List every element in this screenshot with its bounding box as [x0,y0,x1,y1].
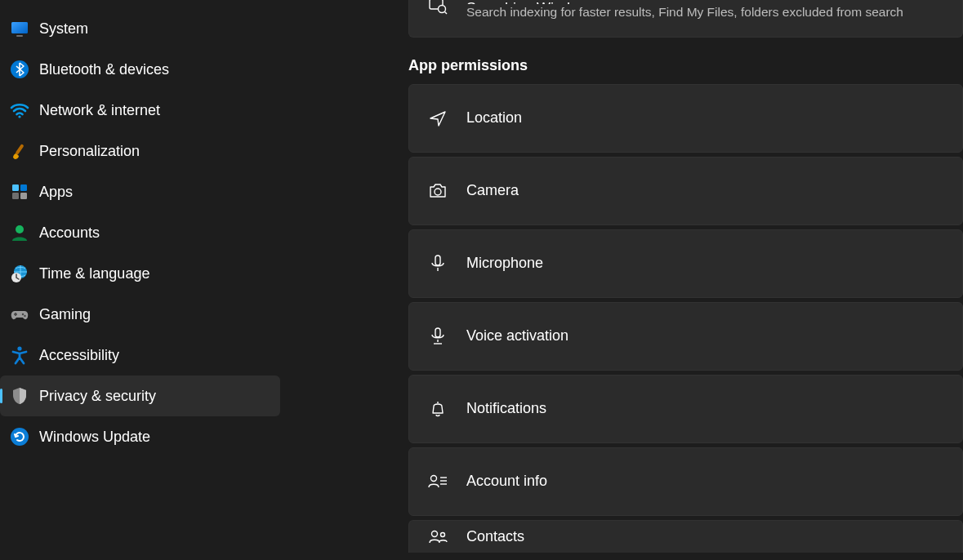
svg-rect-1 [11,22,28,33]
sidebar-item-label: Bluetooth & devices [39,61,169,78]
svg-point-4 [18,115,20,118]
svg-rect-6 [12,184,19,191]
sidebar-item-privacy[interactable]: Privacy & security [0,376,280,416]
settings-app: System Bluetooth & devices Network & [0,0,963,560]
svg-rect-7 [20,184,27,191]
sidebar-item-personalization[interactable]: Personalization [0,131,280,171]
svg-rect-21 [435,256,440,265]
svg-point-27 [431,476,437,482]
setting-card-searching-windows[interactable]: Searching Windows Search indexing for fa… [408,0,963,38]
search-indexing-icon [426,0,450,16]
sidebar-item-label: Accounts [39,224,100,242]
permission-card-notifications[interactable]: Notifications [408,375,963,443]
sidebar-item-label: Apps [39,184,73,201]
clock-globe-icon [5,259,34,288]
sidebar-item-label: Windows Update [39,429,150,446]
wifi-icon [5,96,34,125]
svg-rect-9 [20,193,27,199]
svg-point-20 [435,189,441,195]
accounts-icon [5,218,34,247]
svg-rect-8 [12,193,19,199]
voice-activation-icon [426,326,450,347]
card-title: Notifications [466,399,546,418]
permission-card-contacts[interactable]: Contacts [408,520,963,553]
sidebar-item-apps[interactable]: Apps [0,171,280,212]
svg-point-32 [441,532,445,536]
sidebar-item-update[interactable]: Windows Update [0,416,280,457]
sidebar-item-accounts[interactable]: Accounts [0,212,280,253]
card-title: Location [466,109,522,127]
permission-card-camera[interactable]: Camera [408,157,963,225]
card-title: Camera [466,181,519,200]
card-subtitle: Search indexing for faster results, Find… [466,4,903,20]
account-info-icon [426,471,450,492]
sidebar-item-time[interactable]: Time & language [0,253,280,294]
section-title-app-permissions: App permissions [408,57,963,74]
sidebar-item-label: Network & internet [39,102,160,119]
location-icon [426,108,450,129]
card-title: Account info [466,472,547,491]
sidebar-item-bluetooth[interactable]: Bluetooth & devices [0,49,280,90]
bell-icon [426,398,450,420]
sidebar-item-label: Gaming [39,306,91,323]
card-title: Voice activation [466,327,568,345]
microphone-icon [426,253,450,274]
svg-rect-5 [15,144,24,155]
permission-card-microphone[interactable]: Microphone [408,229,963,298]
sidebar-item-system[interactable]: System [0,8,280,49]
sidebar-item-gaming[interactable]: Gaming [0,294,280,335]
contacts-icon [426,527,450,548]
sidebar-item-network[interactable]: Network & internet [0,90,280,131]
sidebar-item-accessibility[interactable]: Accessibility [0,335,280,376]
permission-card-account-info[interactable]: Account info [408,447,963,516]
apps-icon [5,177,34,207]
accessibility-icon [5,340,34,370]
svg-point-15 [17,346,21,350]
card-title: Contacts [466,527,524,546]
bluetooth-icon [5,55,34,84]
sidebar-item-label: System [39,20,88,38]
sidebar-nav: System Bluetooth & devices Network & [0,0,282,560]
system-icon [5,14,34,43]
content-area: Searching Windows Search indexing for fa… [282,0,963,560]
permission-card-location[interactable]: Location [408,84,963,153]
sidebar-item-label: Personalization [39,143,140,160]
svg-point-10 [16,225,24,233]
svg-point-14 [24,315,25,317]
sidebar-item-label: Time & language [39,265,149,282]
svg-point-31 [432,531,438,536]
svg-point-13 [22,313,24,315]
svg-point-16 [11,428,29,446]
paintbrush-icon [5,136,34,166]
svg-rect-23 [435,328,440,337]
gamepad-icon [5,300,34,329]
update-icon [5,422,34,451]
svg-line-19 [445,12,448,15]
sidebar-item-label: Accessibility [39,347,119,364]
permission-card-voice-activation[interactable]: Voice activation [408,302,963,371]
svg-rect-2 [16,35,23,37]
svg-point-18 [439,6,446,13]
card-title: Microphone [466,254,543,273]
shield-icon [5,381,34,411]
sidebar-item-label: Privacy & security [39,388,156,405]
camera-icon [426,180,450,202]
